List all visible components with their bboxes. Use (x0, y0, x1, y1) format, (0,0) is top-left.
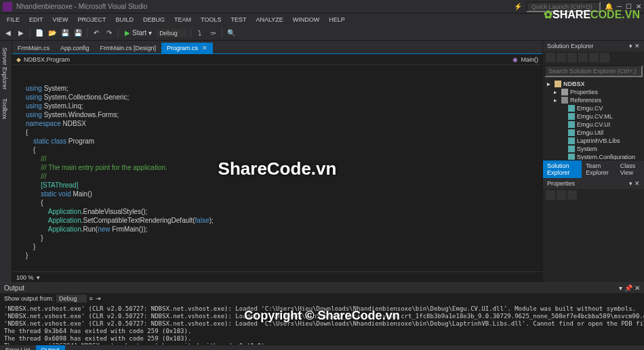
tree-label: System.Configuration (577, 154, 635, 160)
panel-tab[interactable]: Class View (616, 160, 644, 178)
zoom-bar[interactable]: 100 % ▾ (12, 271, 542, 282)
show-all-icon[interactable] (578, 53, 588, 62)
crumb-member[interactable]: Main() (521, 56, 538, 63)
panel-tab[interactable]: Team Explorer (582, 160, 616, 178)
menu-window[interactable]: WINDOW (289, 15, 324, 24)
tree-node[interactable]: Emgu.Util (543, 129, 644, 137)
tree-node[interactable]: ▸Properties (543, 88, 644, 96)
navigation-bar[interactable]: ◆ NDBSX.Program ◉ Main() (12, 54, 542, 65)
bottom-tabs: Error ListOutput (0, 345, 644, 350)
menu-edit[interactable]: EDIT (25, 15, 47, 24)
preview-icon[interactable] (600, 53, 609, 62)
close-tab-icon[interactable]: ✕ (202, 45, 207, 51)
menu-analyze[interactable]: ANALYZE (251, 15, 287, 24)
quick-launch-input[interactable] (526, 1, 601, 12)
menu-project[interactable]: PROJECT (74, 15, 110, 24)
asm-icon (568, 105, 575, 112)
menu-team[interactable]: TEAM (170, 15, 195, 24)
crumb-member-icon: ◉ (512, 56, 518, 63)
code-editor[interactable]: using System;using System.Collections.Ge… (12, 65, 542, 271)
dropdown-icon: ▾ (37, 274, 40, 281)
toolbox-tab[interactable]: Toolbox (0, 94, 12, 123)
refresh-icon[interactable] (557, 53, 566, 62)
find-icon[interactable]: 🔍 (226, 28, 237, 39)
doc-tab[interactable]: FrmMain.cs (12, 43, 55, 53)
home-icon[interactable] (546, 53, 555, 62)
menu-test[interactable]: TEST (226, 15, 250, 24)
properties-panel: Properties ▾ ✕ (543, 178, 644, 282)
output-source-combo[interactable]: Debug (56, 294, 87, 303)
maximize-button[interactable]: ☐ (626, 3, 632, 10)
properties-icon[interactable] (589, 53, 599, 62)
doc-tab[interactable]: Program.cs✕ (161, 43, 213, 53)
categorized-icon[interactable] (546, 190, 555, 200)
config-combo[interactable]: Debug (157, 29, 187, 37)
bottom-tab[interactable]: Error List (0, 345, 36, 350)
start-debug-button[interactable]: ▶ Start ▾ (122, 29, 155, 37)
solution-explorer-header: Solution Explorer ▾ ✕ (543, 41, 644, 51)
solution-search-input[interactable] (544, 65, 643, 77)
solution-explorer-toolbar (543, 51, 644, 64)
right-panel-tabs: Solution ExplorerTeam ExplorerClass View (543, 160, 644, 178)
zoom-value[interactable]: 100 % (16, 274, 34, 281)
editor-area: FrmMain.csApp.configFrmMain.cs [Design]P… (12, 41, 542, 282)
step-over-icon[interactable]: ⤼ (207, 28, 218, 39)
asm-icon (568, 137, 575, 144)
menu-view[interactable]: VIEW (49, 15, 73, 24)
save-all-icon[interactable]: 💾 (73, 28, 83, 39)
tree-node[interactable]: ▸References (543, 96, 644, 104)
asm-icon (568, 113, 575, 120)
tree-node[interactable]: Emgu.CV (543, 104, 644, 112)
open-icon[interactable]: 📂 (47, 28, 58, 39)
tree-node[interactable]: Emgu.CV.ML (543, 112, 644, 121)
new-project-icon[interactable]: 📄 (34, 28, 45, 39)
panel-controls[interactable]: ▾ 📌 ✕ (619, 284, 640, 292)
solution-tree[interactable]: ▸NDBSX▸Properties▸ReferencesEmgu.CVEmgu.… (543, 79, 644, 160)
clear-icon[interactable]: ≡ (89, 295, 93, 302)
alphabetical-icon[interactable] (557, 190, 566, 200)
asm-icon (568, 121, 575, 128)
output-body[interactable]: 'NDBSX.net.vshost.exe' (CLR v2.0.50727: … (0, 304, 644, 345)
tree-node[interactable]: LaptrinhVB.Libs (543, 137, 644, 145)
crumb-scope[interactable]: NDBSX.Program (24, 56, 70, 63)
events-icon[interactable] (567, 190, 577, 200)
bottom-tab[interactable]: Output (36, 345, 65, 350)
tree-node[interactable]: System (543, 145, 644, 153)
panel-dropdown-icon[interactable]: ▾ ✕ (629, 43, 640, 49)
window-title: Nhandienbiensoxe - Microsoft Visual Stud… (16, 3, 514, 10)
toggle-wrap-icon[interactable]: ⇥ (96, 295, 101, 302)
expand-icon[interactable]: ▸ (547, 81, 552, 87)
menu-debug[interactable]: DEBUG (139, 15, 169, 24)
nav-back-icon[interactable]: ◀ (3, 28, 14, 39)
vs-logo-icon (3, 2, 12, 12)
close-button[interactable]: ✕ (636, 3, 641, 10)
server-explorer-tab[interactable]: Server Explorer (0, 43, 12, 94)
panel-tab[interactable]: Solution Explorer (543, 160, 582, 178)
save-icon[interactable]: 💾 (60, 28, 71, 39)
document-tabs: FrmMain.csApp.configFrmMain.cs [Design]P… (12, 41, 542, 54)
tree-label: Emgu.CV.UI (577, 121, 610, 128)
asm-icon (568, 129, 575, 136)
output-show-label: Show output from: (4, 295, 54, 302)
step-into-icon[interactable]: ⤵ (195, 28, 205, 39)
menu-tools[interactable]: TOOLS (197, 15, 225, 24)
solution-explorer-title: Solution Explorer (547, 43, 594, 49)
tree-node[interactable]: Emgu.CV.UI (543, 121, 644, 129)
panel-dropdown-icon[interactable]: ▾ ✕ (629, 180, 640, 187)
menu-file[interactable]: FILE (3, 15, 24, 24)
minimize-button[interactable]: ─ (617, 3, 622, 10)
doc-tab[interactable]: FrmMain.cs [Design] (95, 43, 162, 53)
doc-tab[interactable]: App.config (55, 43, 95, 53)
nav-fwd-icon[interactable]: ▶ (16, 28, 26, 39)
undo-icon[interactable]: ↶ (91, 28, 102, 39)
tree-node[interactable]: ▸NDBSX (543, 80, 644, 88)
right-panel: Solution Explorer ▾ ✕ ▸NDBSX▸Properties▸… (542, 41, 644, 282)
redo-icon[interactable]: ↷ (104, 28, 115, 39)
notifications-icon[interactable]: 🔔 (605, 3, 613, 10)
menu-build[interactable]: BUILD (112, 15, 138, 24)
menu-help[interactable]: HELP (325, 15, 349, 24)
expand-icon[interactable]: ▸ (554, 97, 559, 104)
tree-node[interactable]: System.Configuration (543, 153, 644, 160)
collapse-all-icon[interactable] (567, 53, 577, 62)
expand-icon[interactable]: ▸ (554, 89, 559, 95)
